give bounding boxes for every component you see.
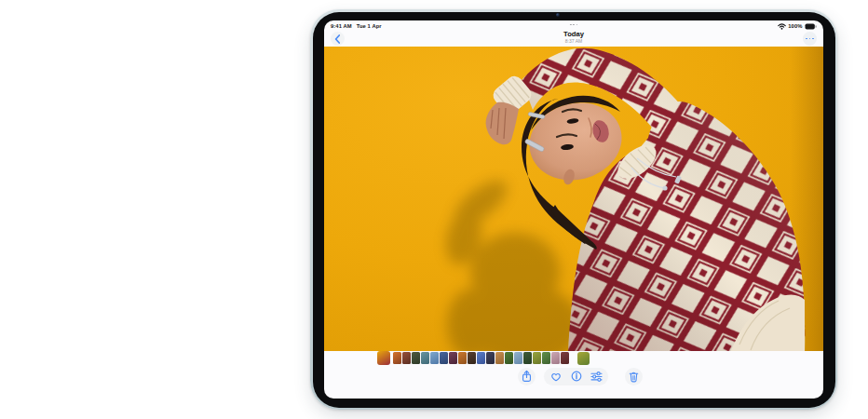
thumbnail-item[interactable]	[486, 352, 495, 364]
status-left: 9:41 AM Tue 1 Apr	[331, 23, 382, 29]
battery-icon	[805, 23, 817, 30]
info-button[interactable]	[568, 368, 585, 385]
title-block: Today 8:37 AM	[324, 31, 823, 44]
multitask-indicator[interactable]	[570, 24, 577, 26]
thumbnail-item[interactable]	[477, 352, 485, 364]
thumbnail-strip[interactable]	[377, 351, 590, 365]
thumbnail-item[interactable]	[495, 352, 504, 364]
thumbnail-item[interactable]	[421, 352, 429, 364]
favorite-button[interactable]	[548, 368, 564, 385]
status-time: 9:41 AM	[331, 23, 352, 29]
status-date: Tue 1 Apr	[357, 23, 382, 29]
nav-bar: Today 8:37 AM	[324, 31, 823, 47]
info-icon	[571, 371, 582, 382]
page-background: 9:41 AM Tue 1 Apr 100%	[0, 0, 868, 419]
delete-button[interactable]	[625, 368, 643, 385]
more-button[interactable]	[803, 32, 817, 46]
battery-percent: 100%	[788, 23, 802, 29]
front-camera-dot	[556, 13, 560, 17]
share-icon	[522, 370, 532, 383]
thumbnail-item[interactable]	[412, 352, 420, 364]
thumbnail-item[interactable]	[505, 352, 513, 364]
thumbnail-item[interactable]	[468, 352, 476, 364]
thumbnail-item[interactable]	[551, 352, 560, 364]
photo-image	[324, 47, 823, 351]
wifi-icon	[778, 23, 786, 30]
status-right: 100%	[778, 23, 817, 30]
adjust-button[interactable]	[588, 368, 604, 385]
ipad-device: 9:41 AM Tue 1 Apr 100%	[310, 9, 837, 410]
thumbnail-item[interactable]	[402, 352, 411, 364]
thumbnail-item[interactable]	[440, 352, 448, 364]
trash-icon	[629, 371, 639, 383]
share-button[interactable]	[518, 368, 536, 385]
thumbnail-current[interactable]	[377, 351, 390, 365]
heart-icon	[550, 372, 562, 382]
thumbnail-item[interactable]	[393, 352, 401, 364]
page-title: Today	[324, 31, 823, 38]
ellipsis-icon	[806, 38, 814, 40]
sliders-icon	[590, 372, 603, 382]
thumbnail-item[interactable]	[449, 352, 457, 364]
thumbnail-item[interactable]	[542, 352, 550, 364]
photo-viewer[interactable]	[324, 47, 823, 351]
thumbnail-item[interactable]	[561, 352, 569, 364]
thumbnail-item[interactable]	[458, 352, 467, 364]
thumbnail-item[interactable]	[430, 352, 439, 364]
thumbnail-item[interactable]	[523, 352, 532, 364]
page-subtitle: 8:37 AM	[324, 39, 823, 44]
bottom-toolbar	[324, 368, 823, 386]
ipad-screen: 9:41 AM Tue 1 Apr 100%	[324, 20, 823, 399]
thumbnail-item[interactable]	[533, 352, 541, 364]
photo-actions-pill	[544, 368, 608, 385]
thumbnail-item[interactable]	[577, 352, 590, 365]
thumbnail-item[interactable]	[514, 352, 522, 364]
